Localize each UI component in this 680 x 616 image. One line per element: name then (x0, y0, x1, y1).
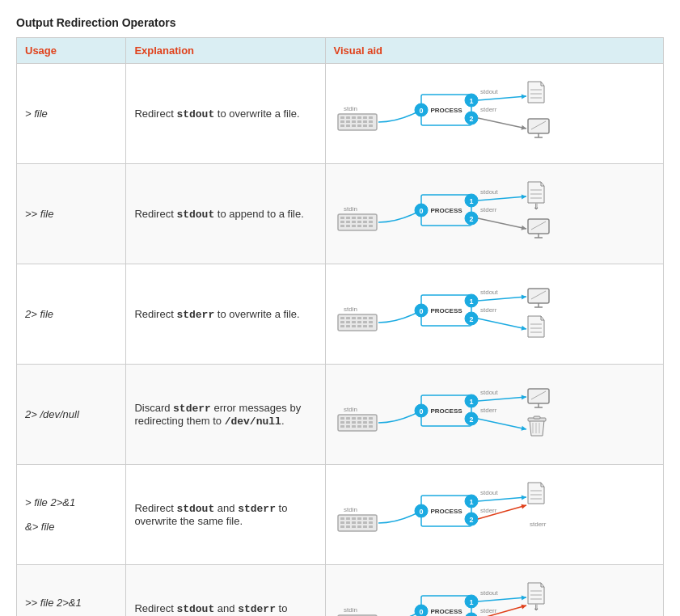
svg-line-158 (478, 397, 526, 401)
svg-rect-5 (363, 116, 367, 119)
svg-rect-175 (357, 517, 361, 520)
svg-text:2: 2 (469, 416, 473, 424)
svg-rect-174 (352, 517, 356, 520)
svg-line-33 (478, 118, 526, 129)
svg-rect-176 (363, 517, 367, 520)
svg-text:2: 2 (469, 215, 473, 223)
svg-marker-74 (521, 195, 526, 200)
svg-rect-96 (363, 321, 367, 323)
svg-marker-32 (521, 95, 526, 99)
svg-rect-94 (352, 321, 356, 323)
svg-rect-103 (369, 325, 373, 327)
svg-rect-179 (346, 521, 350, 524)
svg-rect-183 (369, 521, 373, 524)
svg-text:stdin: stdin (344, 306, 357, 313)
svg-rect-138 (363, 421, 367, 424)
svg-text:⇓: ⇓ (533, 202, 539, 211)
svg-text:⇓: ⇓ (533, 603, 539, 612)
svg-rect-81 (528, 219, 549, 234)
svg-text:stdout: stdout (480, 589, 499, 597)
svg-text:stdout: stdout (480, 289, 499, 296)
svg-rect-188 (363, 525, 367, 528)
svg-text:1: 1 (469, 598, 473, 606)
usage-cell: > file (17, 64, 126, 164)
table-row: >> file 2>&1&>> fileRedirect stdout and … (17, 565, 664, 617)
svg-rect-58 (357, 225, 361, 227)
svg-rect-143 (357, 425, 361, 428)
svg-text:0: 0 (419, 407, 423, 416)
svg-line-118 (478, 319, 526, 329)
svg-text:PROCESS: PROCESS (430, 107, 462, 114)
svg-rect-3 (352, 116, 356, 119)
usage-cell: >> file (17, 164, 126, 264)
svg-text:PROCESS: PROCESS (430, 307, 462, 314)
svg-text:stderr: stderr (480, 407, 497, 414)
svg-rect-173 (346, 517, 350, 520)
svg-rect-177 (369, 517, 373, 520)
svg-text:1: 1 (469, 297, 473, 306)
svg-text:PROCESS: PROCESS (430, 608, 462, 615)
svg-line-31 (478, 96, 526, 100)
svg-rect-60 (369, 225, 373, 227)
svg-rect-10 (357, 120, 361, 123)
visual-cell: stdinPROCESS012stdoutstderr (325, 365, 663, 465)
usage-text: > file (25, 108, 48, 120)
svg-rect-167 (534, 416, 540, 419)
svg-rect-15 (352, 124, 356, 127)
svg-text:2: 2 (469, 516, 473, 524)
usage-text: >> file 2>&1 (25, 597, 82, 609)
explanation-cell: Redirect stdout and stderr to overwrite … (126, 465, 325, 565)
svg-text:PROCESS: PROCESS (430, 407, 462, 415)
visual-cell: stdinPROCESS012stdoutstderrstderr (325, 465, 663, 565)
svg-text:stdin: stdin (344, 205, 357, 213)
svg-rect-50 (346, 221, 350, 223)
svg-rect-45 (352, 217, 356, 219)
svg-rect-88 (352, 317, 356, 319)
explanation-cell: Redirect stderr to overwrite a file. (126, 264, 325, 365)
svg-rect-17 (363, 124, 367, 127)
table-row: >> fileRedirect stdout to append to a fi… (17, 164, 664, 264)
svg-rect-142 (352, 425, 356, 428)
svg-rect-44 (346, 217, 350, 219)
svg-rect-100 (352, 325, 356, 327)
usage-cell: 2> /dev/null (17, 365, 126, 465)
svg-rect-8 (346, 120, 350, 123)
svg-text:1: 1 (469, 498, 473, 506)
svg-rect-99 (346, 325, 350, 327)
usage-text: 2> /dev/null (25, 408, 79, 420)
svg-marker-34 (521, 125, 526, 130)
svg-line-241 (478, 597, 526, 601)
svg-text:stderr: stderr (480, 106, 497, 113)
svg-rect-186 (352, 525, 356, 528)
svg-rect-136 (352, 421, 356, 424)
svg-rect-182 (363, 521, 367, 524)
svg-rect-128 (340, 417, 344, 420)
svg-text:stdout: stdout (480, 489, 499, 496)
svg-rect-9 (352, 120, 356, 123)
svg-marker-159 (521, 395, 526, 400)
svg-line-73 (478, 196, 526, 200)
svg-rect-184 (340, 525, 344, 528)
header-visual: Visual aid (325, 38, 663, 64)
svg-line-75 (478, 218, 526, 229)
svg-marker-117 (521, 295, 526, 300)
svg-text:1: 1 (469, 197, 473, 205)
svg-rect-135 (346, 421, 350, 424)
svg-rect-7 (340, 120, 344, 123)
svg-rect-144 (363, 425, 367, 428)
svg-line-202 (478, 497, 526, 501)
svg-marker-203 (521, 496, 526, 500)
svg-rect-180 (352, 521, 356, 524)
svg-line-160 (478, 419, 526, 429)
usage-text: > file 2>&1 (25, 496, 75, 508)
svg-text:0: 0 (419, 508, 423, 516)
header-usage: Usage (17, 38, 126, 64)
usage-cell: > file 2>&1&> file (17, 465, 126, 565)
svg-rect-141 (346, 425, 350, 428)
svg-rect-101 (357, 325, 361, 327)
svg-rect-56 (346, 225, 350, 227)
svg-rect-132 (363, 417, 367, 420)
svg-text:0: 0 (419, 207, 423, 215)
svg-text:0: 0 (419, 307, 423, 315)
svg-text:stdin: stdin (344, 606, 357, 614)
